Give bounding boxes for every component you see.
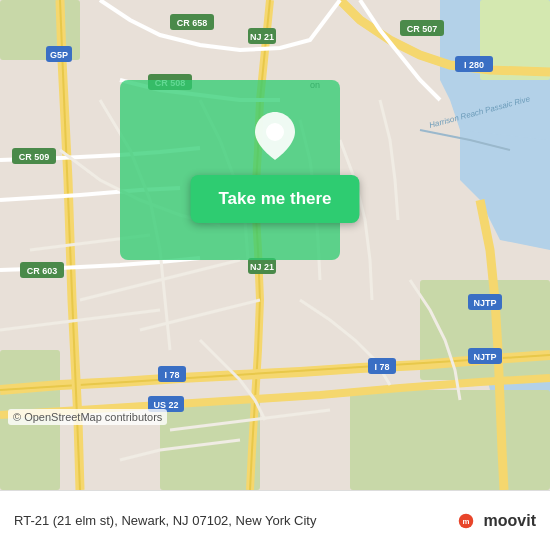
svg-text:CR 507: CR 507 [407, 24, 438, 34]
footer-bar: RT-21 (21 elm st), Newark, NJ 07102, New… [0, 490, 550, 550]
svg-text:NJTP: NJTP [473, 352, 496, 362]
take-me-there-button[interactable]: Take me there [190, 175, 359, 223]
svg-rect-37 [120, 80, 340, 260]
osm-credit-text: © OpenStreetMap contributors [13, 411, 162, 423]
svg-point-38 [267, 124, 283, 140]
svg-text:I 280: I 280 [464, 60, 484, 70]
address-text: RT-21 (21 elm st), Newark, NJ 07102, New… [14, 513, 452, 528]
svg-text:CR 658: CR 658 [177, 18, 208, 28]
svg-text:NJ 21: NJ 21 [250, 262, 274, 272]
svg-text:NJ 21: NJ 21 [250, 32, 274, 42]
location-pin-icon [255, 112, 295, 160]
moovit-logo: m moovit [452, 507, 536, 535]
svg-text:I 78: I 78 [164, 370, 179, 380]
moovit-text: moovit [484, 512, 536, 530]
moovit-logo-icon: m [452, 507, 480, 535]
svg-text:G5P: G5P [50, 50, 68, 60]
svg-text:I 78: I 78 [374, 362, 389, 372]
svg-text:CR 509: CR 509 [19, 152, 50, 162]
osm-credit: © OpenStreetMap contributors [8, 409, 167, 425]
svg-text:m: m [462, 516, 469, 525]
svg-text:CR 603: CR 603 [27, 266, 58, 276]
svg-text:NJTP: NJTP [473, 298, 496, 308]
svg-rect-3 [350, 390, 550, 490]
map-container: CR 658 NJ 21 NJ 21 CR 507 CR 508 I 280 C… [0, 0, 550, 490]
